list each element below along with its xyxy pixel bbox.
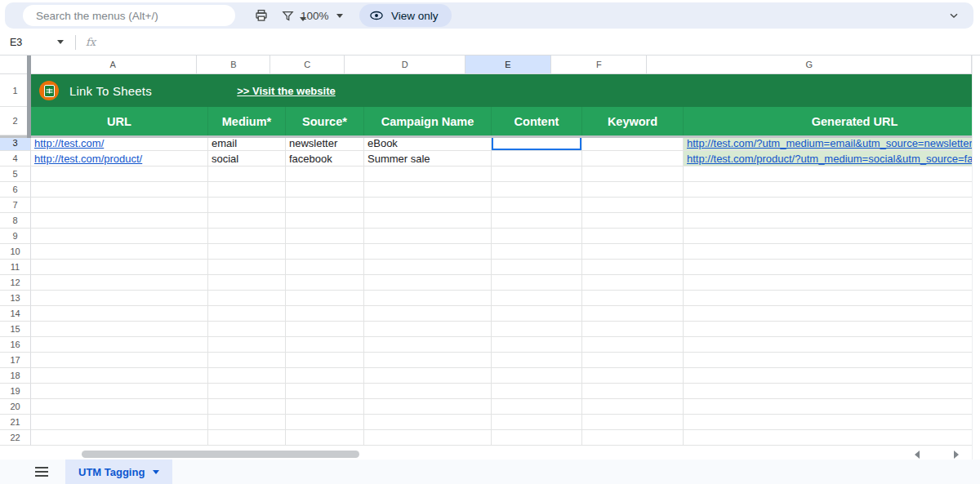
- cell-B13[interactable]: [208, 291, 286, 306]
- cell-D4[interactable]: Summer sale: [364, 151, 492, 167]
- cell-B16[interactable]: [208, 337, 286, 353]
- cell-A7[interactable]: [31, 198, 208, 213]
- cell-A19[interactable]: [31, 384, 208, 399]
- cell-A15[interactable]: [31, 322, 208, 337]
- cell-D22[interactable]: [364, 430, 492, 446]
- cell-C13[interactable]: [286, 291, 364, 306]
- cell-C9[interactable]: [286, 229, 364, 244]
- name-box[interactable]: E3: [10, 37, 52, 48]
- cell-E8[interactable]: [492, 213, 582, 229]
- search-input[interactable]: [23, 5, 235, 26]
- frozen-columns-handle[interactable]: [27, 56, 31, 138]
- cell-D10[interactable]: [364, 244, 492, 260]
- cell-B19[interactable]: [208, 384, 286, 399]
- header-cell-B2[interactable]: Medium*: [208, 107, 286, 135]
- cell-E12[interactable]: [492, 275, 582, 291]
- cell-F10[interactable]: [582, 244, 684, 260]
- row-header-17[interactable]: 17: [0, 353, 31, 368]
- cell-A12[interactable]: [31, 275, 208, 291]
- cell-D21[interactable]: [364, 415, 492, 430]
- cell-G13[interactable]: [684, 291, 972, 306]
- cell-C4[interactable]: facebook: [286, 151, 364, 167]
- cell-E10[interactable]: [492, 244, 582, 260]
- cell-E7[interactable]: [492, 198, 582, 213]
- cell-G9[interactable]: [684, 229, 972, 244]
- frozen-rows-divider[interactable]: [0, 135, 972, 138]
- cell-B4[interactable]: social: [208, 151, 286, 167]
- cell-A18[interactable]: [31, 368, 208, 384]
- collapse-toolbar-chevron-icon[interactable]: [947, 9, 960, 22]
- cell-A14[interactable]: [31, 306, 208, 322]
- cell-A8[interactable]: [31, 213, 208, 229]
- cell-G16[interactable]: [684, 337, 972, 353]
- cell-F4[interactable]: [582, 151, 684, 167]
- cell-G18[interactable]: [684, 368, 972, 384]
- cell-F12[interactable]: [582, 275, 684, 291]
- cell-F5[interactable]: [582, 167, 684, 182]
- cell-A13[interactable]: [31, 291, 208, 306]
- cell-E6[interactable]: [492, 182, 582, 198]
- sheet-tab-utm-tagging[interactable]: UTM Tagging: [65, 460, 172, 484]
- cell-B14[interactable]: [208, 306, 286, 322]
- row-header-6[interactable]: 6: [0, 182, 31, 198]
- cell-B18[interactable]: [208, 368, 286, 384]
- cell-C10[interactable]: [286, 244, 364, 260]
- cell-E11[interactable]: [492, 260, 582, 275]
- header-cell-E2[interactable]: Content: [492, 107, 582, 135]
- cell-F18[interactable]: [582, 368, 684, 384]
- cell-G8[interactable]: [684, 213, 972, 229]
- column-header-A[interactable]: A: [29, 56, 197, 74]
- view-only-badge[interactable]: View only: [359, 4, 452, 27]
- column-header-E[interactable]: E: [466, 56, 551, 74]
- cell-E17[interactable]: [492, 353, 582, 368]
- header-cell-F2[interactable]: Keyword: [582, 107, 684, 135]
- row-header-12[interactable]: 12: [0, 275, 31, 291]
- cell-F9[interactable]: [582, 229, 684, 244]
- cell-link[interactable]: http://test.com/product/?utm_medium=soci…: [687, 153, 972, 165]
- cell-E22[interactable]: [492, 430, 582, 446]
- scroll-right-arrow-icon[interactable]: [954, 451, 959, 459]
- cell-B6[interactable]: [208, 182, 286, 198]
- cell-B15[interactable]: [208, 322, 286, 337]
- cell-C12[interactable]: [286, 275, 364, 291]
- cell-G22[interactable]: [684, 430, 972, 446]
- cell-D12[interactable]: [364, 275, 492, 291]
- cell-D7[interactable]: [364, 198, 492, 213]
- cell-C16[interactable]: [286, 337, 364, 353]
- cell-B12[interactable]: [208, 275, 286, 291]
- cell-A6[interactable]: [31, 182, 208, 198]
- cell-C21[interactable]: [286, 415, 364, 430]
- cell-C8[interactable]: [286, 213, 364, 229]
- cell-F17[interactable]: [582, 353, 684, 368]
- column-header-C[interactable]: C: [270, 56, 345, 74]
- cell-F14[interactable]: [582, 306, 684, 322]
- cell-E4[interactable]: [492, 151, 582, 167]
- cell-E5[interactable]: [492, 167, 582, 182]
- vertical-scrollbar[interactable]: [972, 56, 980, 460]
- filter-icon[interactable]: [280, 8, 295, 23]
- cell-F16[interactable]: [582, 337, 684, 353]
- all-sheets-menu-icon[interactable]: [34, 465, 49, 478]
- cell-F22[interactable]: [582, 430, 684, 446]
- row-header-21[interactable]: 21: [0, 415, 31, 430]
- cell-F11[interactable]: [582, 260, 684, 275]
- select-all-corner[interactable]: [0, 56, 29, 74]
- cell-A10[interactable]: [31, 244, 208, 260]
- cell-A20[interactable]: [31, 399, 208, 415]
- row-header-7[interactable]: 7: [0, 198, 31, 213]
- cell-C6[interactable]: [286, 182, 364, 198]
- cell-D5[interactable]: [364, 167, 492, 182]
- cell-C15[interactable]: [286, 322, 364, 337]
- cell-B17[interactable]: [208, 353, 286, 368]
- cell-B8[interactable]: [208, 213, 286, 229]
- cell-G11[interactable]: [684, 260, 972, 275]
- cell-D20[interactable]: [364, 399, 492, 415]
- row-header-14[interactable]: 14: [0, 306, 31, 322]
- cell-B9[interactable]: [208, 229, 286, 244]
- cell-D8[interactable]: [364, 213, 492, 229]
- cell-C7[interactable]: [286, 198, 364, 213]
- cell-G7[interactable]: [684, 198, 972, 213]
- cell-E21[interactable]: [492, 415, 582, 430]
- cell-D19[interactable]: [364, 384, 492, 399]
- cell-E13[interactable]: [492, 291, 582, 306]
